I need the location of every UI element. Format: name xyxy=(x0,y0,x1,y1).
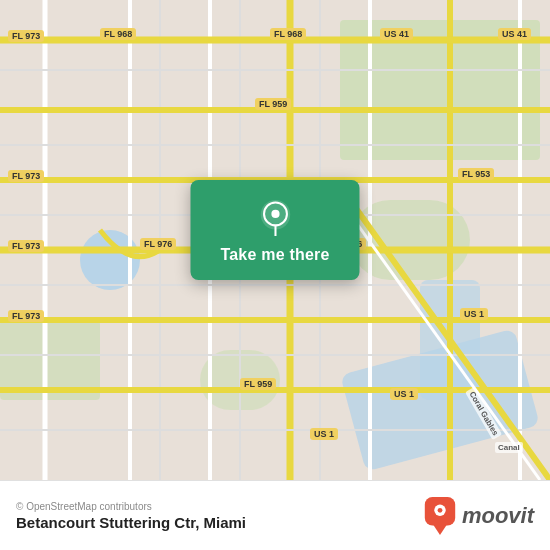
label-fl968-1: FL 968 xyxy=(100,28,136,40)
label-fl973-3: FL 973 xyxy=(8,240,44,252)
label-fl973-2: FL 973 xyxy=(8,170,44,182)
label-fl953: FL 953 xyxy=(458,168,494,180)
label-fl968-2: FL 968 xyxy=(270,28,306,40)
location-name: Betancourt Stuttering Ctr, Miami xyxy=(16,514,246,531)
svg-point-26 xyxy=(271,210,279,218)
label-us1-2: US 1 xyxy=(390,388,418,400)
moovit-brand-text: moovit xyxy=(462,503,534,529)
label-fl973-1: FL 973 xyxy=(8,30,44,42)
bottom-bar: © OpenStreetMap contributors Betancourt … xyxy=(0,480,550,550)
label-fl976-1: FL 976 xyxy=(140,238,176,250)
location-pin-icon xyxy=(257,200,293,236)
moovit-pin-icon xyxy=(424,497,456,535)
moovit-logo: moovit xyxy=(424,497,534,535)
popup-card: Take me there xyxy=(190,180,359,280)
label-us1-1: US 1 xyxy=(460,308,488,320)
label-fl959-2: FL 959 xyxy=(240,378,276,390)
label-us41-1: US 41 xyxy=(380,28,413,40)
svg-point-30 xyxy=(438,507,443,512)
map-container: FL 973 FL 973 FL 973 FL 973 FL 968 FL 96… xyxy=(0,0,550,480)
label-fl973-4: FL 973 xyxy=(8,310,44,322)
label-us41-2: US 41 xyxy=(498,28,531,40)
label-canal: Canal xyxy=(495,442,523,453)
label-fl959-1: FL 959 xyxy=(255,98,291,110)
take-me-there-button[interactable]: Take me there xyxy=(220,246,329,264)
label-us1-3: US 1 xyxy=(310,428,338,440)
svg-marker-31 xyxy=(432,523,447,534)
copyright-text: © OpenStreetMap contributors xyxy=(16,501,246,512)
bottom-bar-info: © OpenStreetMap contributors Betancourt … xyxy=(16,501,246,531)
